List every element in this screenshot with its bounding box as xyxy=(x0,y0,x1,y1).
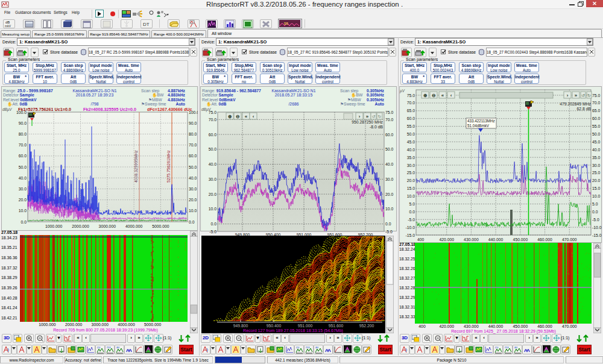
svg-text:‹: ‹ xyxy=(450,93,452,98)
svg-text:50.0: 50.0 xyxy=(592,132,600,136)
svg-text:5000.000: 5000.000 xyxy=(152,224,169,228)
svg-text:100.0: 100.0 xyxy=(189,110,198,115)
svg-text:5275.756261MHz: 5275.756261MHz xyxy=(166,150,171,183)
svg-text:⊖: ⊖ xyxy=(432,93,436,98)
svg-text:60.0: 60.0 xyxy=(407,116,415,121)
svg-text:3000.000: 3000.000 xyxy=(99,224,116,228)
svg-text:40.0: 40.0 xyxy=(209,162,216,166)
svg-text:50.0: 50.0 xyxy=(209,147,216,151)
svg-text:45.0: 45.0 xyxy=(407,140,415,144)
svg-text:10.0: 10.0 xyxy=(19,209,27,213)
svg-text:30.0: 30.0 xyxy=(592,163,600,168)
svg-text:70.0: 70.0 xyxy=(209,118,216,122)
svg-text:15.0: 15.0 xyxy=(407,186,415,190)
svg-text:950.400: 950.400 xyxy=(267,324,282,328)
svg-text:↺: ↺ xyxy=(372,115,376,119)
svg-text:55.0: 55.0 xyxy=(592,124,600,128)
svg-text:430.000: 430.000 xyxy=(464,237,479,242)
svg-text:10.0: 10.0 xyxy=(209,207,216,211)
svg-text:70.0: 70.0 xyxy=(19,143,27,147)
svg-text:50.0: 50.0 xyxy=(385,147,393,151)
svg-text:cu: cu xyxy=(495,345,499,349)
svg-text:75.0: 75.0 xyxy=(592,93,600,98)
svg-text:-10.0: -10.0 xyxy=(592,225,602,230)
svg-text:4008.325995MHz: 4008.325995MHz xyxy=(134,150,138,183)
svg-text:470.000: 470.000 xyxy=(562,237,577,242)
svg-text:10.0: 10.0 xyxy=(385,207,393,211)
svg-text:80.0: 80.0 xyxy=(19,132,27,136)
svg-text:75.0: 75.0 xyxy=(407,93,415,98)
svg-text:«: « xyxy=(245,114,248,119)
svg-text:-5.0: -5.0 xyxy=(209,230,216,234)
svg-text:⊕: ⊕ xyxy=(423,93,428,98)
svg-text:60.0: 60.0 xyxy=(189,154,197,158)
svg-text:40.0: 40.0 xyxy=(407,148,415,152)
svg-text:0.0: 0.0 xyxy=(592,210,598,214)
svg-text:80.0: 80.0 xyxy=(189,132,197,136)
svg-text:45.0: 45.0 xyxy=(592,140,600,144)
svg-text:-15.0: -15.0 xyxy=(406,233,415,237)
svg-text:0.0: 0.0 xyxy=(385,222,391,226)
svg-text:»: » xyxy=(366,114,369,119)
svg-text:60.0: 60.0 xyxy=(385,133,393,137)
svg-text:›: › xyxy=(359,114,361,119)
svg-text:70.0: 70.0 xyxy=(592,101,600,105)
svg-text:950.287250 MHz: 950.287250 MHz xyxy=(352,120,383,124)
svg-text:mx: mx xyxy=(306,345,310,349)
svg-text:20.0: 20.0 xyxy=(385,192,393,196)
svg-text:30.0: 30.0 xyxy=(407,163,415,168)
svg-text:10.0: 10.0 xyxy=(592,194,600,198)
svg-text:av: av xyxy=(514,345,518,349)
svg-text:75.0: 75.0 xyxy=(209,110,216,115)
svg-text:951.000: 951.000 xyxy=(298,324,313,328)
svg-text:0.0: 0.0 xyxy=(409,210,415,214)
svg-text:479.202849 MHz: 479.202849 MHz xyxy=(560,102,591,106)
svg-text:4000.000: 4000.000 xyxy=(125,224,143,228)
svg-text:50.0: 50.0 xyxy=(189,165,197,169)
svg-text:10.0: 10.0 xyxy=(189,209,197,213)
svg-text:av: av xyxy=(116,345,120,349)
svg-text:40.0: 40.0 xyxy=(592,148,600,152)
svg-text:cu: cu xyxy=(296,345,300,349)
svg-text:65.0: 65.0 xyxy=(592,108,600,113)
svg-text:450.000: 450.000 xyxy=(513,237,528,242)
svg-text:0.0: 0.0 xyxy=(211,222,217,226)
svg-text:65.0: 65.0 xyxy=(407,108,415,113)
svg-text:0.0: 0.0 xyxy=(21,220,27,224)
svg-text:-8.0 dB: -8.0 dB xyxy=(370,125,383,129)
svg-text:60.0: 60.0 xyxy=(209,133,216,137)
svg-text:mkV: mkV xyxy=(5,24,11,28)
svg-text:70.0: 70.0 xyxy=(407,101,415,105)
svg-text:25.0: 25.0 xyxy=(407,171,415,175)
svg-text:62.8 dB: 62.8 dB xyxy=(577,107,592,111)
svg-text:60.0: 60.0 xyxy=(19,154,27,158)
svg-text:1000.000: 1000.000 xyxy=(45,224,63,228)
svg-text:⊖: ⊖ xyxy=(236,114,240,119)
svg-text:↺: ↺ xyxy=(581,93,585,98)
svg-text:30.0: 30.0 xyxy=(209,177,216,181)
svg-text:‹: ‹ xyxy=(253,114,254,119)
svg-text:40.0: 40.0 xyxy=(19,176,27,180)
svg-text:mx: mx xyxy=(505,345,509,349)
svg-text:433.422113MHz: 433.422113MHz xyxy=(467,119,495,123)
svg-text:400: 400 xyxy=(417,237,425,242)
svg-text:40.0: 40.0 xyxy=(189,176,197,180)
svg-text:420.000: 420.000 xyxy=(439,237,454,242)
svg-text:5.0: 5.0 xyxy=(592,202,598,206)
svg-text:60.0: 60.0 xyxy=(592,116,600,121)
svg-text:5.0: 5.0 xyxy=(409,202,415,206)
svg-text:51.04dBmkV: 51.04dBmkV xyxy=(467,124,490,128)
svg-text:952.200: 952.200 xyxy=(359,324,374,328)
svg-text:↻: ↻ xyxy=(378,115,382,119)
svg-text:-10.0: -10.0 xyxy=(406,225,415,230)
svg-text:cu: cu xyxy=(97,345,101,349)
svg-text:951.600: 951.600 xyxy=(329,324,344,328)
svg-text:25.0: 25.0 xyxy=(592,171,600,175)
svg-text:30.0: 30.0 xyxy=(385,177,393,181)
svg-text:460.000: 460.000 xyxy=(537,237,552,242)
svg-text:70.0: 70.0 xyxy=(189,143,197,147)
svg-text:av: av xyxy=(315,345,319,349)
svg-text:›: › xyxy=(567,93,569,98)
svg-text:«: « xyxy=(441,93,444,98)
svg-text:Record 127 from 189 27.05.2: Record 127 from 189 27.05.2018 18:33:15 … xyxy=(243,328,343,333)
